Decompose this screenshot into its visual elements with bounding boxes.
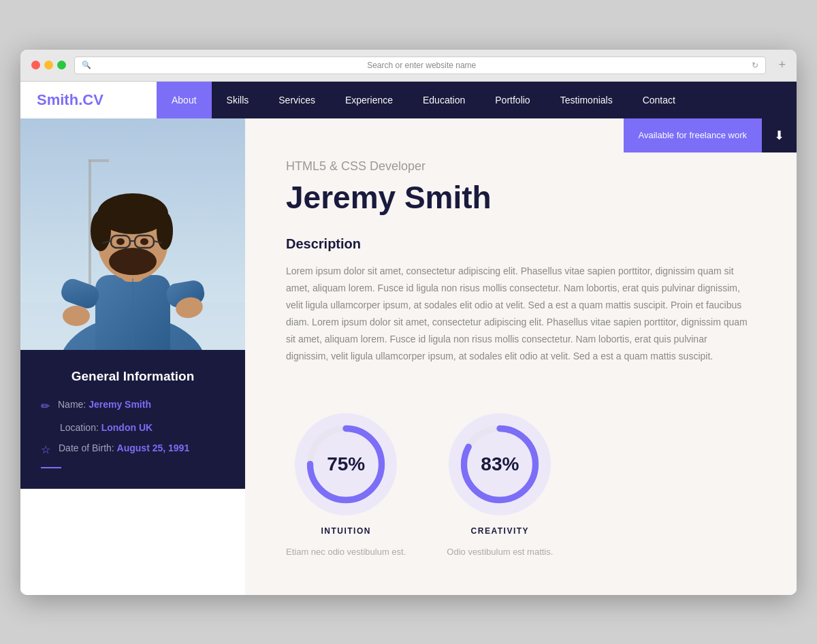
sidebar-info: General Information ✏ Name: Jeremy Smith… bbox=[20, 350, 245, 489]
profile-photo bbox=[20, 118, 245, 350]
info-row-dob: ☆ Date of Birth: August 25, 1991 bbox=[41, 442, 225, 456]
svg-point-18 bbox=[140, 238, 148, 245]
svg-point-17 bbox=[116, 238, 125, 245]
description-title: Description bbox=[286, 236, 756, 252]
svg-point-9 bbox=[91, 210, 111, 251]
logo[interactable]: Smith.CV bbox=[37, 91, 103, 109]
nav-item-testimonials[interactable]: Testimonials bbox=[545, 82, 628, 118]
download-button[interactable]: ⬇ bbox=[762, 118, 797, 152]
site-body: General Information ✏ Name: Jeremy Smith… bbox=[20, 118, 797, 595]
close-dot[interactable] bbox=[31, 61, 40, 69]
info-row-location: Location: London UK bbox=[41, 422, 225, 433]
svg-rect-3 bbox=[89, 159, 109, 162]
nav-item-portfolio[interactable]: Portfolio bbox=[480, 82, 545, 118]
person-illustration bbox=[20, 118, 245, 350]
stats-section: 75% INTUITION Etiam nec odio vestibulum … bbox=[245, 386, 797, 584]
name-label: Name: bbox=[58, 399, 86, 410]
location-value: London UK bbox=[101, 422, 153, 433]
info-divider bbox=[41, 467, 61, 468]
creativity-percent: 83% bbox=[481, 453, 519, 475]
url-bar[interactable]: 🔍 Search or enter website name ↻ bbox=[74, 57, 766, 74]
expand-button[interactable]: + bbox=[778, 58, 786, 72]
nav-item-skills[interactable]: Skills bbox=[212, 82, 264, 118]
url-text: Search or enter website name bbox=[95, 61, 748, 70]
freelance-label: Available for freelance work bbox=[624, 120, 762, 150]
nav-item-contact[interactable]: Contact bbox=[628, 82, 690, 118]
minimize-dot[interactable] bbox=[44, 61, 53, 69]
stat-creativity: 83% CREATIVITY Odio vestibulum est matti… bbox=[447, 413, 553, 557]
creativity-circle-chart: 83% bbox=[452, 417, 547, 512]
intuition-circle-wrapper: 75% bbox=[295, 413, 397, 515]
logo-text: Smith bbox=[37, 91, 78, 108]
sidebar: General Information ✏ Name: Jeremy Smith… bbox=[20, 118, 245, 595]
freelance-badge[interactable]: Available for freelance work ⬇ bbox=[624, 118, 797, 152]
intuition-name: INTUITION bbox=[321, 526, 371, 536]
logo-suffix: CV bbox=[82, 91, 103, 108]
nav-item-education[interactable]: Education bbox=[408, 82, 480, 118]
search-icon: 🔍 bbox=[82, 61, 91, 69]
dob-value: August 25, 1991 bbox=[117, 442, 190, 453]
nav-item-experience[interactable]: Experience bbox=[330, 82, 408, 118]
hero-subtitle: HTML5 & CSS Developer bbox=[286, 159, 756, 174]
main-nav: About Skills Services Experience Educati… bbox=[157, 82, 797, 118]
nav-item-about[interactable]: About bbox=[157, 82, 212, 118]
svg-point-11 bbox=[109, 248, 157, 275]
intuition-percent: 75% bbox=[327, 453, 365, 475]
info-name-text: Name: Jeremy Smith bbox=[58, 399, 151, 410]
logo-area: Smith.CV bbox=[20, 82, 157, 118]
site-container: Smith.CV About Skills Services Experienc… bbox=[20, 82, 797, 595]
stat-intuition: 75% INTUITION Etiam nec odio vestibulum … bbox=[286, 413, 406, 557]
description-text: Lorem ipsum dolor sit amet, consectetur … bbox=[286, 263, 749, 366]
creativity-desc: Odio vestibulum est mattis. bbox=[447, 547, 553, 557]
browser-dots bbox=[31, 61, 66, 69]
creativity-circle-wrapper: 83% bbox=[449, 413, 551, 515]
sidebar-info-title: General Information bbox=[41, 369, 225, 384]
reload-icon[interactable]: ↻ bbox=[752, 61, 758, 70]
edit-icon: ✏ bbox=[41, 400, 50, 413]
intuition-circle-chart: 75% bbox=[298, 417, 394, 512]
name-value: Jeremy Smith bbox=[89, 399, 151, 410]
info-row-name: ✏ Name: Jeremy Smith bbox=[41, 399, 225, 413]
maximize-dot[interactable] bbox=[57, 61, 66, 69]
info-location-text: Location: London UK bbox=[41, 422, 153, 433]
nav-item-services[interactable]: Services bbox=[263, 82, 330, 118]
browser-chrome: 🔍 Search or enter website name ↻ + bbox=[20, 50, 797, 82]
main-content: Available for freelance work ⬇ HTML5 & C… bbox=[245, 118, 797, 595]
download-icon: ⬇ bbox=[774, 128, 784, 143]
svg-point-21 bbox=[63, 306, 90, 326]
creativity-name: CREATIVITY bbox=[471, 526, 529, 536]
location-label: Location: bbox=[60, 422, 99, 433]
browser-window: 🔍 Search or enter website name ↻ + Smith… bbox=[20, 50, 797, 595]
intuition-desc: Etiam nec odio vestibulum est. bbox=[286, 547, 406, 557]
svg-point-10 bbox=[157, 212, 173, 250]
dob-label: Date of Birth: bbox=[59, 442, 114, 453]
info-dob-text: Date of Birth: August 25, 1991 bbox=[59, 442, 189, 453]
hero-name: Jeremy Smith bbox=[286, 179, 756, 216]
site-header: Smith.CV About Skills Services Experienc… bbox=[20, 82, 797, 118]
star-icon: ☆ bbox=[41, 443, 50, 456]
hero-section: HTML5 & CSS Developer Jeremy Smith Descr… bbox=[245, 118, 797, 386]
